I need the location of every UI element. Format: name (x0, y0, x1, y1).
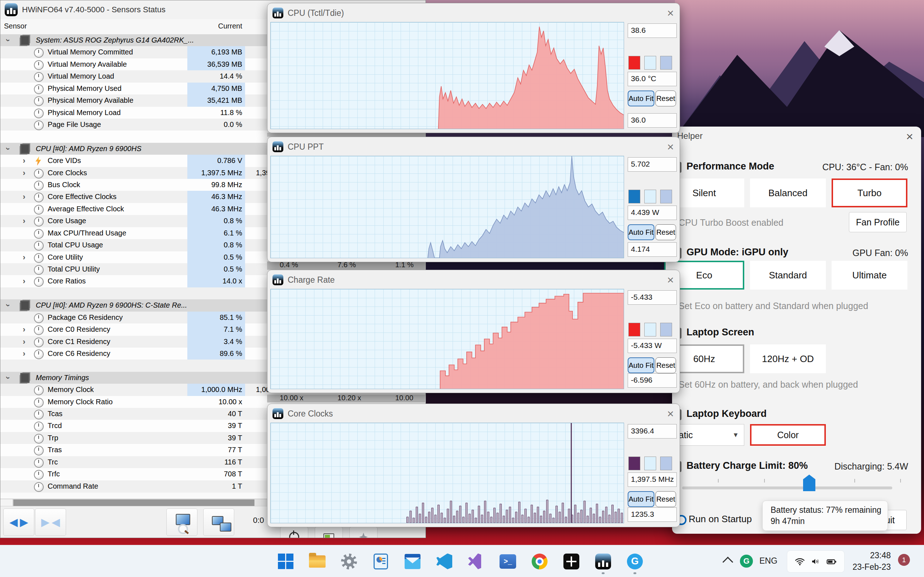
auto-fit-button[interactable]: Auto Fit (628, 491, 654, 507)
taskbar-chrome[interactable] (531, 553, 548, 570)
laptop-keyboard-header: Laptop Keyboard (687, 408, 767, 419)
auto-fit-button[interactable]: Auto Fit (628, 357, 654, 373)
slider-tick (855, 479, 855, 482)
clock[interactable]: 23:48 23-Feb-23 (853, 550, 891, 573)
battery-icon (323, 533, 334, 538)
taskbar-system-info[interactable] (373, 553, 389, 570)
reset-button[interactable]: Reset (656, 491, 676, 507)
taskbar-hwinfo[interactable] (595, 553, 611, 570)
graph-current-value: 1,397.5 MHz (628, 472, 677, 487)
battery-limit-slider-track[interactable] (682, 487, 892, 489)
expand-chevron-icon[interactable]: › (23, 191, 25, 203)
quick-settings[interactable] (787, 550, 845, 573)
running-indicator (602, 572, 604, 574)
series-color-swatch[interactable] (628, 190, 640, 203)
sensor-current-value: 3.4 % (187, 336, 245, 348)
taskbar-visual-studio[interactable] (468, 553, 485, 570)
series-color-swatch[interactable] (628, 56, 640, 69)
tray-overflow-chevron[interactable] (723, 557, 733, 567)
sensor-label: Tras (48, 444, 62, 456)
notification-badge[interactable]: 1 (898, 554, 910, 566)
expand-chevron-icon[interactable]: › (23, 324, 25, 335)
gpu-standard-button[interactable]: Standard (750, 261, 826, 290)
expand-chevron-icon[interactable]: › (23, 336, 25, 348)
folder-icon (309, 555, 326, 567)
taskbar-powershell[interactable]: >_ (499, 553, 516, 570)
fan-profile-button[interactable]: Fan Profile (849, 212, 907, 232)
expand-chevron-icon[interactable]: › (23, 215, 25, 227)
taskbar-file-explorer[interactable] (309, 553, 326, 570)
power-settings-button[interactable] (280, 527, 308, 538)
expand-columns-button[interactable]: ◀ ▶ (3, 508, 34, 536)
gpu-ultimate-button[interactable]: Ultimate (832, 261, 908, 290)
mode-balanced-button[interactable]: Balanced (750, 179, 826, 207)
reset-button[interactable]: Reset (656, 224, 676, 240)
close-icon[interactable]: × (667, 408, 674, 419)
background-color-swatch[interactable] (644, 456, 656, 470)
start-button[interactable] (277, 553, 294, 570)
battery-limit-slider-handle[interactable] (803, 475, 815, 491)
background-color-swatch[interactable] (644, 190, 656, 203)
grid-color-swatch[interactable] (660, 323, 672, 337)
gauge-icon (34, 96, 44, 106)
sensor-current-value: 6.1 % (187, 227, 245, 239)
expand-chevron-icon[interactable]: › (23, 275, 25, 287)
taskbar-mail[interactable] (404, 553, 421, 570)
reset-button[interactable]: Reset (656, 357, 676, 373)
sensor-label: Command Rate (48, 480, 98, 492)
graph-title: CPU (Tctl/Tdie) (288, 8, 344, 18)
expand-chevron-icon[interactable]: › (23, 251, 25, 263)
language-indicator[interactable]: ENG (759, 556, 777, 566)
keyboard-color-button[interactable]: Color (750, 424, 826, 446)
taskbar-terminal-app[interactable] (563, 553, 580, 570)
collapse-columns-button[interactable]: ▶ ◀ (35, 508, 66, 536)
series-color-swatch[interactable] (628, 323, 640, 337)
scrollbar-thumb[interactable] (13, 500, 254, 506)
sensor-label: Trfc (48, 468, 60, 480)
grammarly-tray-icon[interactable]: G (740, 554, 753, 567)
expand-chevron-icon[interactable]: › (23, 167, 25, 179)
expand-chevron-icon[interactable]: › (23, 155, 25, 167)
column-header-current[interactable]: Current (187, 22, 242, 30)
mode-turbo-button[interactable]: Turbo (832, 179, 908, 207)
taskbar-vscode[interactable] (436, 553, 452, 570)
collapse-chevron-icon[interactable]: › (2, 304, 14, 306)
remote-monitors-button[interactable] (203, 508, 234, 536)
run-on-startup-label[interactable]: Run on Startup (689, 514, 752, 525)
sensor-current-value: 40 T (187, 408, 245, 420)
screen-120hz-button[interactable]: 120Hz + OD (750, 344, 826, 373)
background-color-swatch[interactable] (644, 323, 656, 337)
sensor-current-value: 7.1 % (187, 324, 245, 336)
sensor-label: Average Effective Clock (48, 203, 124, 215)
close-icon[interactable]: × (667, 7, 674, 19)
cpu-fan-status: CPU: 36°C - Fan: 0% (822, 162, 908, 172)
close-icon[interactable]: × (667, 274, 674, 285)
battery-button[interactable] (315, 527, 343, 538)
auto-fit-button[interactable]: Auto Fit (628, 90, 654, 106)
close-icon[interactable]: × (667, 141, 674, 153)
graph-side-panel: 38.6 36.0 °C Auto Fit Reset 36.0 (628, 22, 677, 129)
reset-button[interactable]: Reset (656, 90, 676, 106)
auto-fit-button[interactable]: Auto Fit (628, 224, 654, 240)
sensor-label: Core Clocks (48, 167, 87, 179)
background-color-swatch[interactable] (644, 56, 656, 69)
scroll-left-button[interactable] (0, 499, 13, 506)
grid-color-swatch[interactable] (660, 456, 672, 470)
sensor-current-value: 1,397.5 MHz (187, 167, 245, 179)
collapse-chevron-icon[interactable]: › (2, 39, 14, 42)
series-color-swatch[interactable] (628, 456, 640, 470)
grid-color-swatch[interactable] (660, 56, 672, 69)
close-icon[interactable]: × (906, 129, 913, 143)
chip-icon (20, 35, 30, 45)
collapse-chevron-icon[interactable]: › (2, 377, 14, 379)
column-header-sensor[interactable]: Sensor (4, 22, 27, 30)
taskbar-ghelper[interactable]: G (627, 553, 643, 570)
battery-limit-header: Battery Charge Limit: 80% (687, 460, 808, 471)
fan-button[interactable] (349, 527, 378, 538)
collapse-chevron-icon[interactable]: › (2, 148, 14, 150)
chip-icon (20, 144, 30, 154)
monitor-magnifier-button[interactable] (166, 508, 197, 536)
expand-chevron-icon[interactable]: › (23, 348, 25, 359)
grid-color-swatch[interactable] (660, 190, 672, 203)
taskbar-settings[interactable] (341, 553, 357, 570)
